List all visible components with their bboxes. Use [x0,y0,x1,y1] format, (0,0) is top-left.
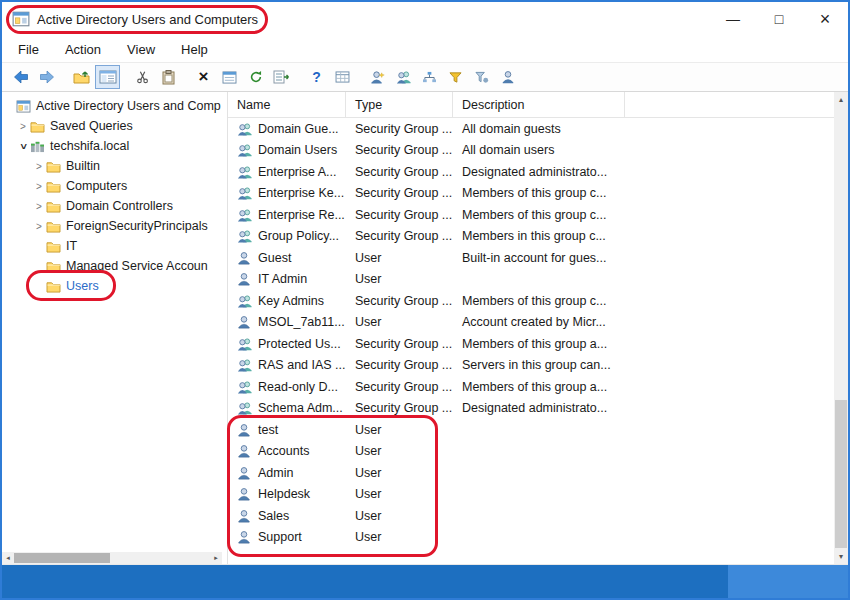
list-row-domain-gue[interactable]: Domain Gue...Security Group ...All domai… [228,118,848,140]
folder-icon [46,160,64,173]
tree-horizontal-scrollbar[interactable]: ◂ ▸ [2,552,222,564]
row-type-cell: Security Group ... [346,229,453,243]
filter-options-icon[interactable] [469,65,494,89]
window-list-icon[interactable] [330,65,355,89]
column-header-name[interactable]: Name [228,92,346,117]
list-row-key-admins[interactable]: Key AdminsSecurity Group ...Members of t… [228,290,848,312]
toolbar-separator [121,65,130,89]
tree-item-label: ForeignSecurityPrincipals [66,219,208,233]
back-icon[interactable] [8,65,33,89]
close-button[interactable]: × [802,2,848,36]
list-row-schema-adm[interactable]: Schema Adm...Security Group ...Designate… [228,398,848,420]
vertical-scroll-thumb[interactable] [835,400,847,548]
row-name-cell: Helpdesk [228,487,346,501]
tree-item-builtin[interactable]: >Builtin [2,156,222,176]
menu-view[interactable]: View [119,39,167,60]
add-to-group-icon[interactable] [417,65,442,89]
export-list-icon[interactable] [269,65,294,89]
find-icon[interactable] [495,65,520,89]
user-icon [237,315,253,329]
help-icon[interactable]: ? [304,65,329,89]
set-filter-icon[interactable] [443,65,468,89]
chevron-collapsed-icon[interactable]: > [32,201,46,212]
tree-item-it[interactable]: IT [2,236,222,256]
tree-item-saved-queries[interactable]: >Saved Queries [2,116,222,136]
scroll-left-icon[interactable]: ◂ [2,554,14,562]
scroll-down-icon[interactable]: ▾ [834,549,848,564]
tree-item-computers[interactable]: >Computers [2,176,222,196]
properties-icon[interactable] [217,65,242,89]
list-row-test[interactable]: testUser [228,419,848,441]
tree-item-foreignsecurityprincipals[interactable]: >ForeignSecurityPrincipals [2,216,222,236]
minimize-button[interactable]: — [710,2,756,36]
list-row-support[interactable]: SupportUser [228,527,848,549]
user-icon [237,251,253,265]
row-name-cell: Group Policy... [228,229,346,243]
folder-icon [46,220,64,233]
column-header-type[interactable]: Type [346,92,453,117]
row-type-cell: Security Group ... [346,358,453,372]
tree-item-techshifa-local[interactable]: >techshifa.local [2,136,222,156]
row-description-cell: Members of this group c... [453,208,848,222]
scroll-up-icon[interactable]: ▴ [834,92,848,107]
chevron-expanded-icon[interactable]: > [18,139,29,153]
new-group-icon[interactable] [391,65,416,89]
list-row-admin[interactable]: AdminUser [228,462,848,484]
row-name-cell: Enterprise A... [228,165,346,179]
toolbar-separator [60,65,69,89]
row-type-cell: User [346,466,453,480]
row-description-cell: Members of this group a... [453,337,848,351]
list-row-guest[interactable]: GuestUserBuilt-in account for gues... [228,247,848,269]
group-icon [237,294,253,308]
console-tree-toggle-icon[interactable] [95,65,120,89]
row-type-cell: Security Group ... [346,401,453,415]
horizontal-scroll-thumb[interactable] [14,553,110,563]
list-row-msol-7ab11[interactable]: MSOL_7ab11...UserAccount created by Micr… [228,312,848,334]
list-vertical-scrollbar[interactable]: ▴ ▾ [834,92,848,564]
list-row-accounts[interactable]: AccountsUser [228,441,848,463]
tree-item-label: Builtin [66,159,100,173]
group-icon [237,208,253,222]
menu-help[interactable]: Help [173,39,220,60]
refresh-icon[interactable] [243,65,268,89]
list-row-read-only-d[interactable]: Read-only D...Security Group ...Members … [228,376,848,398]
chevron-collapsed-icon[interactable]: > [32,161,46,172]
column-header-description[interactable]: Description [453,92,625,117]
row-type-cell: Security Group ... [346,186,453,200]
menu-action[interactable]: Action [57,39,113,60]
scroll-right-icon[interactable]: ▸ [210,554,222,562]
list-row-enterprise-ke[interactable]: Enterprise Ke...Security Group ...Member… [228,183,848,205]
list-row-helpdesk[interactable]: HelpdeskUser [228,484,848,506]
forward-icon[interactable] [34,65,59,89]
list-row-enterprise-re[interactable]: Enterprise Re...Security Group ...Member… [228,204,848,226]
row-type-cell: Security Group ... [346,143,453,157]
cut-icon[interactable] [130,65,155,89]
list-row-it-admin[interactable]: IT AdminUser [228,269,848,291]
group-icon [237,186,253,200]
chevron-collapsed-icon[interactable]: > [32,221,46,232]
list-row-protected-us[interactable]: Protected Us...Security Group ...Members… [228,333,848,355]
list-row-domain-users[interactable]: Domain UsersSecurity Group ...All domain… [228,140,848,162]
tree-item-users[interactable]: Users [2,276,222,296]
delete-icon[interactable]: × [191,65,216,89]
tree-item-active-directory-users-and-comp[interactable]: Active Directory Users and Comp [2,96,222,116]
up-level-icon[interactable] [69,65,94,89]
toolbar-separator [182,65,191,89]
paste-icon[interactable] [156,65,181,89]
list-row-ras-and-ias[interactable]: RAS and IAS ...Security Group ...Servers… [228,355,848,377]
list-row-sales[interactable]: SalesUser [228,505,848,527]
row-type-cell: Security Group ... [346,294,453,308]
tree-item-label: Domain Controllers [66,199,173,213]
object-rows: Domain Gue...Security Group ...All domai… [228,118,848,564]
list-row-enterprise-a[interactable]: Enterprise A...Security Group ...Designa… [228,161,848,183]
new-user-icon[interactable] [365,65,390,89]
tree-item-domain-controllers[interactable]: >Domain Controllers [2,196,222,216]
chevron-collapsed-icon[interactable]: > [16,121,30,132]
chevron-collapsed-icon[interactable]: > [32,181,46,192]
tree-item-managed-service-accoun[interactable]: Managed Service Accoun [2,256,222,276]
maximize-button[interactable]: □ [756,2,802,36]
list-row-group-policy[interactable]: Group Policy...Security Group ...Members… [228,226,848,248]
user-icon [237,444,253,458]
menu-file[interactable]: File [10,39,51,60]
toolbar: ×? [2,62,848,92]
